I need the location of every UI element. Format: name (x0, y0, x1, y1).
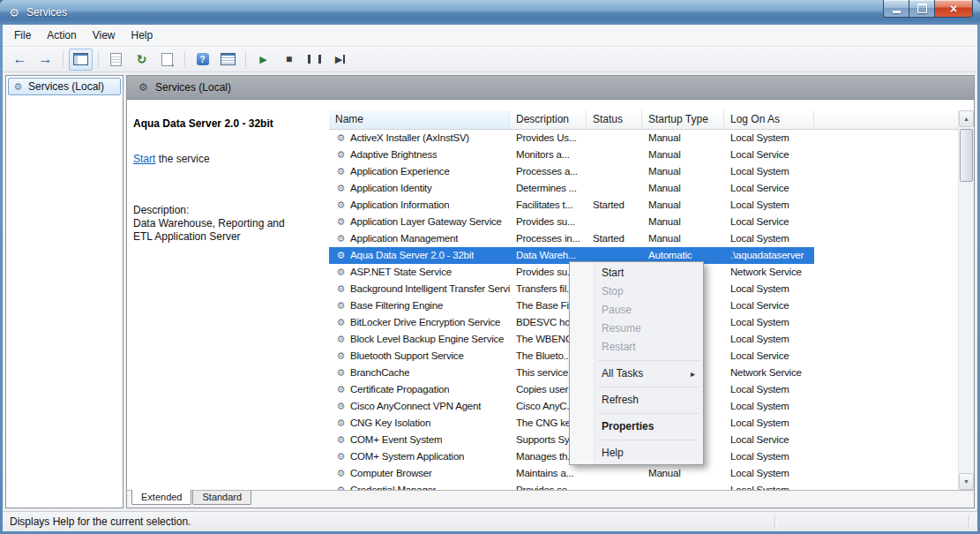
service-row[interactable]: ⚙Application Management Processes in... … (329, 230, 958, 247)
menubar-item[interactable]: Help (123, 26, 161, 44)
scrollbar-thumb[interactable] (960, 129, 973, 182)
service-name-cell: ⚙Application Layer Gateway Service (329, 214, 510, 230)
titlebar[interactable]: ⚙ Services × (0, 0, 980, 25)
window-title: Services (26, 6, 67, 19)
status-bar-text: Displays Help for the current selection. (10, 515, 191, 528)
service-name-cell: ⚙Aqua Data Server 2.0 - 32bit (329, 247, 510, 264)
service-log-on-as: Network Service (724, 264, 814, 281)
service-row[interactable]: ⚙Application Information Facilitates t..… (329, 197, 958, 214)
menu-separator (598, 413, 699, 414)
service-gear-icon: ⚙ (335, 180, 347, 197)
menu-item-label: Properties (602, 420, 654, 432)
service-log-on-as: Local Service (724, 432, 814, 448)
menu-item-all-tasks[interactable]: All Tasks▸ (572, 365, 701, 383)
service-startup-type: Manual (642, 163, 724, 180)
service-name: Cisco AnyConnect VPN Agent (350, 398, 481, 415)
menu-item-properties[interactable]: Properties (572, 417, 701, 436)
scrollbar-track[interactable] (959, 127, 974, 473)
service-name: Application Layer Gateway Service (350, 214, 502, 230)
properties-button[interactable] (104, 49, 128, 71)
help-button[interactable] (191, 49, 214, 71)
service-row[interactable]: ⚙ActiveX Installer (AxInstSV) Provides U… (329, 130, 958, 147)
start-service-link[interactable]: Start (133, 153, 155, 165)
tab-extended[interactable]: Extended (131, 490, 191, 505)
maximize-icon (917, 4, 927, 13)
stop-service-button[interactable] (277, 49, 301, 71)
column-header-status[interactable]: Status (587, 110, 642, 129)
column-header-description[interactable]: Description (510, 110, 587, 129)
menu-item-help[interactable]: Help (572, 444, 701, 463)
client-area: File Action View Help ⚙ Services (Local)… (3, 25, 977, 531)
service-description: Monitors a... (510, 147, 587, 163)
service-log-on-as: Local Service (724, 180, 814, 197)
minimize-icon (893, 11, 901, 13)
scroll-down-button[interactable]: ▼ (959, 473, 974, 490)
service-name: Adaptive Brightness (350, 147, 437, 163)
menubar-item[interactable]: File (6, 26, 39, 44)
service-description: Processes a... (510, 163, 587, 180)
main-area: ⚙ Services (Local) ⚙ Services (Local) Aq… (3, 72, 977, 511)
vertical-scrollbar[interactable]: ▲ ▼ (958, 110, 974, 490)
show-console-tree-button[interactable] (69, 49, 93, 71)
forward-button[interactable] (34, 49, 57, 71)
column-header-name[interactable]: Name (329, 110, 510, 129)
column-header-log-on-as[interactable]: Log On As (724, 110, 814, 129)
menu-item-refresh[interactable]: Refresh (572, 391, 701, 410)
service-status (587, 214, 642, 230)
service-name-cell: ⚙Application Information (329, 197, 510, 214)
service-row[interactable]: ⚙Application Layer Gateway Service Provi… (329, 214, 958, 230)
menubar-item[interactable]: View (85, 26, 123, 44)
service-name-cell: ⚙Base Filtering Engine (329, 297, 510, 314)
export-list-button[interactable] (155, 49, 179, 71)
scroll-up-button[interactable]: ▲ (959, 110, 974, 127)
column-header-startup-type[interactable]: Startup Type (642, 110, 724, 129)
service-row[interactable]: ⚙Credential Manager Provides se... Local… (329, 482, 958, 490)
maximize-button[interactable] (909, 0, 935, 18)
service-name-cell: ⚙Certificate Propagation (329, 381, 510, 398)
service-name-cell: ⚙COM+ Event System (329, 432, 510, 448)
service-log-on-as: Local Service (724, 348, 814, 365)
tree-item-services-local[interactable]: ⚙ Services (Local) (8, 78, 121, 95)
service-name: Application Experience (350, 163, 450, 180)
start-service-suffix: the service (155, 153, 209, 165)
menu-item-label: Stop (602, 285, 624, 297)
service-name-cell: ⚙Computer Browser (329, 465, 510, 482)
menubar-item[interactable]: Action (39, 26, 84, 44)
service-name-cell: ⚙Block Level Backup Engine Service (329, 331, 510, 348)
menu-item-start[interactable]: Start (572, 264, 701, 282)
back-button[interactable] (8, 49, 32, 71)
service-startup-type: Manual (642, 214, 724, 230)
view-list-button[interactable] (216, 49, 240, 71)
services-icon: ⚙ (12, 81, 24, 93)
restart-service-icon (335, 54, 345, 65)
service-gear-icon: ⚙ (335, 448, 347, 465)
service-row[interactable]: ⚙Application Experience Processes a... M… (329, 163, 958, 180)
refresh-icon (137, 52, 147, 66)
restart-service-button[interactable] (328, 49, 352, 71)
tab-standard[interactable]: Standard (192, 491, 251, 505)
services-window: ⚙ Services × File Action View Help ⚙ (0, 0, 980, 534)
service-row[interactable]: ⚙Computer Browser Maintains a... Manual … (329, 465, 958, 482)
service-log-on-as: Local System (724, 482, 814, 490)
service-gear-icon: ⚙ (335, 163, 347, 180)
service-name-cell: ⚙COM+ System Application (329, 448, 510, 465)
service-gear-icon: ⚙ (335, 197, 347, 214)
service-name-cell: ⚙Background Intelligent Transfer Service (329, 281, 510, 297)
service-status (587, 130, 642, 147)
details-pane-body: Aqua Data Server 2.0 - 32bit Start the s… (127, 100, 974, 490)
minimize-button[interactable] (883, 0, 909, 18)
service-name-cell: ⚙ActiveX Installer (AxInstSV) (329, 130, 510, 147)
service-row[interactable]: ⚙Adaptive Brightness Monitors a... Manua… (329, 147, 958, 163)
close-icon: × (950, 3, 957, 15)
service-startup-type: Manual (642, 197, 724, 214)
start-service-button[interactable] (251, 49, 275, 71)
service-log-on-as: .\aquadataserver (724, 247, 814, 264)
close-button[interactable]: × (935, 0, 973, 18)
service-log-on-as: Local Service (724, 297, 814, 314)
refresh-button[interactable] (130, 49, 153, 71)
details-pane-header: ⚙ Services (Local) (127, 76, 974, 100)
menu-item-label: Restart (602, 341, 636, 353)
pause-service-button[interactable] (303, 49, 326, 71)
service-row[interactable]: ⚙Application Identity Determines ... Man… (329, 180, 958, 197)
help-icon (197, 53, 209, 65)
